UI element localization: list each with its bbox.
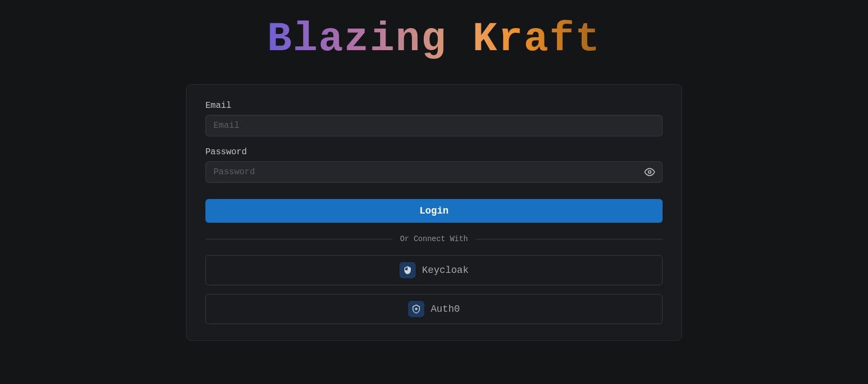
keycloak-provider-button[interactable]: Keycloak	[205, 255, 663, 285]
auth0-icon	[408, 301, 424, 317]
auth0-label: Auth0	[431, 304, 460, 314]
show-password-icon[interactable]	[644, 167, 655, 177]
connect-divider: Or Connect With	[205, 235, 663, 243]
divider-line-left	[205, 239, 392, 239]
email-input-wrapper	[205, 115, 663, 136]
password-input-wrapper	[205, 161, 663, 183]
password-input[interactable]	[205, 161, 663, 183]
keycloak-icon	[399, 262, 416, 278]
svg-point-0	[649, 171, 651, 174]
divider-line-right	[476, 239, 663, 239]
login-button[interactable]: Login	[205, 199, 663, 223]
login-card: Email Password Login Or Connect With Key…	[186, 84, 682, 341]
email-input[interactable]	[205, 115, 663, 136]
password-label: Password	[205, 147, 663, 157]
divider-text: Or Connect With	[392, 235, 476, 243]
keycloak-label: Keycloak	[422, 265, 469, 276]
app-logo: Blazing Kraft	[267, 16, 601, 63]
auth0-provider-button[interactable]: Auth0	[205, 294, 663, 324]
email-label: Email	[205, 101, 663, 111]
